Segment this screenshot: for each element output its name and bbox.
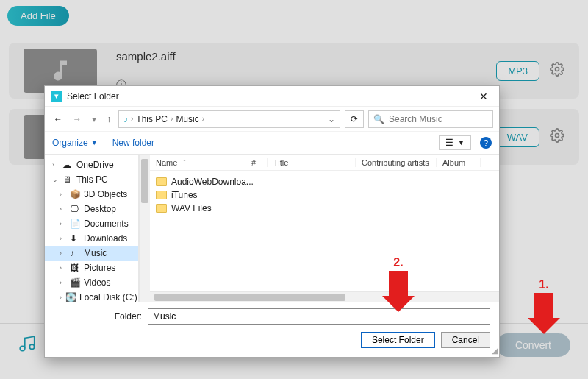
- chevron-down-icon[interactable]: ⌄: [328, 114, 335, 124]
- nav-up-icon[interactable]: ↑: [104, 113, 114, 126]
- nav-forward-icon: →: [70, 113, 85, 126]
- list-icon: ☰: [445, 138, 453, 148]
- organize-menu[interactable]: Organize▼: [52, 138, 98, 148]
- nav-recent-icon[interactable]: ▾: [89, 113, 99, 126]
- folder-label: Folder:: [54, 311, 142, 322]
- search-icon: 🔍: [373, 114, 384, 124]
- list-scrollbar-horizontal[interactable]: [150, 291, 499, 302]
- folder-icon: [156, 191, 167, 199]
- search-input[interactable]: 🔍 Search Music: [368, 110, 493, 128]
- tree-item-videos[interactable]: ›🎬Videos: [45, 275, 138, 290]
- folder-name-input[interactable]: [148, 308, 490, 325]
- tree-item-desktop[interactable]: ›🖵Desktop: [45, 202, 138, 216]
- vids-icon: 🎬: [70, 277, 80, 288]
- pc-icon: 🖥: [62, 174, 73, 185]
- music-icon: ♪: [123, 114, 128, 124]
- disk-icon: 💽: [65, 292, 76, 302]
- pics-icon: 🖼: [70, 263, 80, 273]
- annotation-label-1: 1.: [539, 278, 548, 291]
- select-folder-dialog: ▾ Select Folder ✕ ← → ▾ ↑ ♪ › This PC › …: [44, 85, 500, 358]
- desktop-icon: 🖵: [70, 204, 80, 214]
- app-logo-icon: ▾: [51, 91, 62, 102]
- view-mode-button[interactable]: ☰▼: [439, 135, 471, 150]
- column-headers[interactable]: Name˄ # Title Contributing artists Album: [150, 155, 499, 171]
- docs-icon: 📄: [70, 219, 80, 229]
- tree-item-local-disk-c-[interactable]: ›💽Local Disk (C:): [45, 290, 138, 302]
- dialog-title: Select Folder: [67, 91, 474, 102]
- help-icon[interactable]: ?: [480, 137, 492, 149]
- tree-item-music[interactable]: ›♪Music: [45, 246, 138, 261]
- tree-item-onedrive[interactable]: ›☁OneDrive: [45, 157, 138, 172]
- refresh-icon[interactable]: ⟳: [345, 110, 364, 128]
- list-item[interactable]: iTunes: [156, 188, 493, 202]
- annotation-label-2: 2.: [393, 256, 403, 269]
- cancel-button[interactable]: Cancel: [441, 332, 490, 348]
- down-icon: ⬇: [70, 233, 80, 244]
- 3d-icon: 📦: [70, 189, 80, 199]
- nav-back-icon[interactable]: ←: [51, 113, 65, 126]
- tree-item-documents[interactable]: ›📄Documents: [45, 216, 138, 231]
- tree-item-3d-objects[interactable]: ›📦3D Objects: [45, 187, 138, 202]
- folder-icon: [156, 177, 167, 186]
- list-item[interactable]: WAV Files: [156, 202, 493, 215]
- cloud-icon: ☁: [62, 160, 73, 170]
- tree-scrollbar[interactable]: [139, 155, 150, 302]
- folder-tree: ›☁OneDrive⌄🖥This PC›📦3D Objects›🖵Desktop…: [45, 155, 139, 302]
- breadcrumb-current[interactable]: Music: [176, 114, 198, 124]
- music-icon: ♪: [70, 248, 80, 258]
- close-icon[interactable]: ✕: [474, 91, 493, 102]
- list-item[interactable]: AudioWebDownloa...: [156, 175, 493, 188]
- select-folder-button[interactable]: Select Folder: [361, 332, 435, 348]
- tree-item-this-pc[interactable]: ⌄🖥This PC: [45, 172, 138, 187]
- tree-item-pictures[interactable]: ›🖼Pictures: [45, 261, 138, 275]
- tree-item-downloads[interactable]: ›⬇Downloads: [45, 231, 138, 246]
- file-list: AudioWebDownloa...iTunesWAV Files: [150, 171, 499, 291]
- new-folder-button[interactable]: New folder: [112, 138, 154, 148]
- breadcrumb[interactable]: ♪ › This PC › Music › ⌄: [118, 110, 340, 128]
- folder-icon: [156, 204, 167, 213]
- search-placeholder: Search Music: [389, 114, 442, 124]
- breadcrumb-root[interactable]: This PC: [136, 114, 168, 124]
